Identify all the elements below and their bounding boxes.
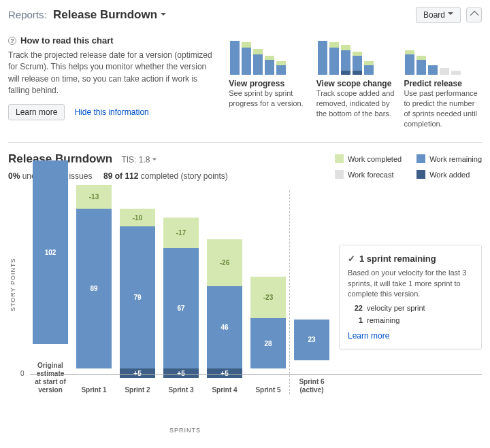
x-tick-label: Sprint 2 [125,386,150,394]
legend-remaining: Work remaining [416,152,482,165]
bar-completed: -10 [120,209,155,226]
prediction-learn-more-link[interactable]: Learn more [348,331,473,341]
swatch-icon [335,154,344,163]
legend: Work completed Work remaining Work forec… [335,152,482,181]
report-title[interactable]: Release Burndown [53,8,166,21]
projection-divider [289,190,290,394]
help-card-title: View scope change [316,79,395,88]
legend-forecast: Work forecast [335,168,402,181]
bar-completed: -13 [76,185,112,208]
learn-more-button[interactable]: Learn more [8,104,65,120]
bar-added: +5 [120,368,155,378]
prediction-remaining: 1 remaining [348,316,473,324]
chart-column: 67-17+5Sprint 3 [163,185,199,394]
check-icon [348,254,355,264]
legend-label: Work completed [348,155,402,163]
legend-added: Work added [416,168,482,181]
legend-label: Work forecast [348,171,394,179]
help-card-desc: Use past performance to predict the numb… [404,88,482,128]
x-tick-label: Sprint 3 [168,386,193,394]
collapse-icon [471,10,477,20]
help-card-desc: See sprint by sprint progress for a vers… [229,88,307,109]
help-icon: ? [8,37,16,45]
prediction-card: 1 sprint remaining Based on your velocit… [339,245,482,349]
prediction-body: Based on your velocity for the last 3 sp… [348,268,473,299]
swatch-icon [335,170,344,179]
board-dropdown-label: Board [423,10,445,20]
legend-completed: Work completed [335,152,402,165]
bar-remaining: 28 [250,318,286,368]
help-card-title: View progress [229,79,307,88]
bar-added: +5 [163,368,199,378]
chart-column: 79-10+5Sprint 2 [120,185,155,394]
chart-bar: 89-13 [76,185,112,368]
unestimated-pct: 0% [8,171,20,181]
thumbnail-scope [316,35,395,75]
collapse-button[interactable] [466,7,482,22]
hide-info-link[interactable]: Hide this information [74,107,148,117]
y-axis-label: STORY POINTS [8,190,18,434]
how-to-text: Track the projected release date for a v… [8,50,216,97]
bar-completed: -17 [163,218,199,248]
progress-label: completed (story points) [141,171,228,181]
thumbnail-progress [229,35,307,75]
chart-column: 28-23Sprint 5 [250,185,286,394]
bar-remaining: 102 [33,160,68,344]
chart-column: 89-13Sprint 1 [76,185,112,394]
breadcrumb: Reports: [8,9,47,20]
chart-bar: 67-17+5 [163,185,199,368]
prediction-title: 1 sprint remaining [359,254,436,264]
bar-remaining: 46 [207,286,242,369]
bar-remaining: 89 [76,209,112,369]
x-tick-label: Sprint 5 [255,386,280,394]
x-tick-label: Original estimate at start of version [33,362,68,394]
how-to-title: ? How to read this chart [8,35,216,46]
version-dropdown[interactable]: TIS: 1.8 [121,155,157,165]
chart-column: 46-26+5Sprint 4 [207,185,242,394]
swatch-icon [416,154,425,163]
legend-label: Work added [429,171,470,179]
x-tick-label: Sprint 1 [81,386,106,394]
bar-remaining: 23 [294,320,329,361]
velocity-value: 22 [348,304,363,312]
chart-bar: 79-10+5 [120,185,155,368]
bar-remaining: 67 [163,248,199,368]
bar-completed: -26 [207,239,242,286]
help-card-progress: View progress See sprint by sprint progr… [229,35,307,128]
thumbnail-predict [404,35,482,75]
report-title-label: Release Burndown [53,8,157,21]
swatch-icon [416,170,425,179]
how-to-title-label: How to read this chart [20,35,114,46]
prediction-velocity: 22 velocity per sprint [348,304,473,312]
help-card-desc: Track scope added and removed, indicated… [316,88,395,119]
x-axis-label: SPRINTS [18,427,338,434]
bar-added: +5 [207,368,242,378]
bar-completed: -23 [250,277,286,318]
help-card-title: Predict release [404,79,482,88]
help-card-scope: View scope change Track scope added and … [316,35,395,128]
chart-bar: 28-23 [250,185,286,368]
velocity-label: velocity per sprint [367,304,425,312]
header-bar: Reports: Release Burndown Board [8,7,482,23]
board-dropdown[interactable]: Board [416,7,461,23]
divider [8,142,482,143]
progress-num: 89 of 112 [103,171,138,181]
chart-column: 23Sprint 6 (active) [294,177,329,394]
chart-bar: 102 [33,160,68,344]
chevron-down-icon [161,8,166,21]
x-tick-label: Sprint 6 (active) [294,378,329,394]
chevron-down-icon [448,10,453,20]
bar-remaining: 79 [120,226,155,368]
remaining-label: remaining [367,316,399,324]
help-card-predict: Predict release Use past performance to … [404,35,482,128]
chart-bar: 23 [294,177,329,360]
legend-label: Work remaining [429,155,482,163]
chart-column: 102Original estimate at start of version [33,160,68,394]
remaining-value: 1 [348,316,363,324]
x-tick-label: Sprint 4 [212,386,237,394]
y-tick-zero: 0 [20,370,24,377]
chart-bar: 46-26+5 [207,185,242,368]
